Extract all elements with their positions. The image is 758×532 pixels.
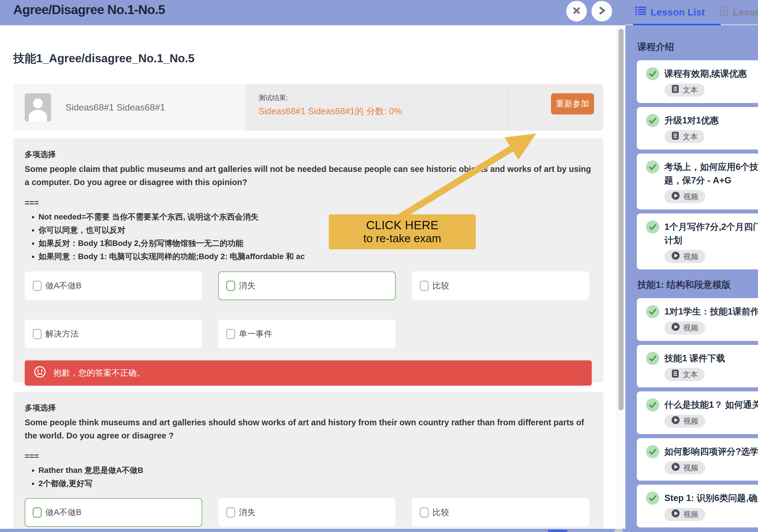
lesson-item[interactable]: 课程有效期,续课优惠 文本 xyxy=(637,60,758,103)
user-name: Sideas68#1 Sideas68#1 xyxy=(65,102,165,113)
hint-item: 2个都做,更好写 xyxy=(39,477,592,490)
lesson-type-badge: 文本 xyxy=(664,83,705,97)
checkbox-icon[interactable] xyxy=(226,281,235,291)
avatar xyxy=(25,93,51,121)
hint-item: Rather than 意思是做A不做B xyxy=(39,464,592,477)
completed-check-icon xyxy=(646,445,659,458)
checkbox-icon[interactable] xyxy=(226,329,235,339)
lesson-item[interactable]: 升级1对1优惠 文本 xyxy=(637,107,758,150)
option-bijiao[interactable]: 比较 xyxy=(412,272,589,300)
completed-check-icon xyxy=(646,114,659,127)
checkbox-icon[interactable] xyxy=(420,507,429,518)
scrollbar-corner xyxy=(615,529,623,532)
close-icon xyxy=(572,6,581,17)
answer-options: 做A不做B 消失 比较 解决方法 单一事件 xyxy=(25,272,592,349)
lesson-item[interactable]: Step 1: 识别6类问题,确定结 视频 xyxy=(637,485,758,527)
video-play-icon xyxy=(671,322,680,333)
section-title-course-intro: 课程介绍 xyxy=(637,41,758,53)
video-play-icon xyxy=(671,191,680,202)
next-button[interactable] xyxy=(592,1,612,21)
option-jiejuefangfa[interactable]: 解决方法 xyxy=(25,320,202,349)
lesson-title: 如何影响四项评分?选学 xyxy=(664,445,758,458)
avatar-body-shape xyxy=(29,110,47,121)
scrollbar-thumb[interactable] xyxy=(618,29,624,410)
video-play-icon xyxy=(671,251,680,262)
result-user-section: Sideas68#1 Sideas68#1 xyxy=(13,84,246,131)
checkbox-icon[interactable] xyxy=(420,281,429,291)
hint-item: 如果同意：Body 1: 电脑可以实现同样的功能;Body 2: 电脑affor… xyxy=(39,250,592,263)
lesson-item[interactable]: 如何影响四项评分?选学 视频 xyxy=(637,438,758,481)
completed-check-icon xyxy=(646,160,659,174)
lesson-item[interactable]: 技能1 课件下载 文本 xyxy=(637,345,758,388)
lesson-item[interactable]: 1个月写作7分,2个月四门考 计划 视频 xyxy=(637,214,758,269)
lesson-title: Step 1: 识别6类问题,确定结 xyxy=(664,491,758,505)
annotation-line2: to re-take exam xyxy=(363,232,441,245)
close-button[interactable] xyxy=(566,1,587,21)
question-card-1: 多项选择 Some people claim that public museu… xyxy=(13,138,603,382)
checkbox-icon[interactable] xyxy=(33,507,42,518)
option-danyishijian[interactable]: 单一事件 xyxy=(218,320,396,349)
text-doc-icon xyxy=(671,131,679,142)
lesson-type-badge: 视频 xyxy=(664,461,705,474)
retake-exam-button[interactable]: 重新参加 xyxy=(551,93,594,115)
text-doc-icon xyxy=(671,369,679,380)
lesson-item[interactable]: 考场上，如何应用6个技能， 题，保7分 - A+G 视频 xyxy=(637,153,758,210)
option-bijiao[interactable]: 比较 xyxy=(412,498,589,527)
page-title: 技能1_Agree/disagree_No.1_No.5 xyxy=(13,50,194,66)
checkbox-icon[interactable] xyxy=(33,281,42,291)
question-hints: Not needed=不需要 当你不需要某个东西, 说明这个东西会消失 你可以同… xyxy=(25,210,592,263)
lesson-type-badge: 文本 xyxy=(664,130,705,143)
document-icon xyxy=(719,6,728,18)
window-title: Agree/Disagree No.1-No.5 xyxy=(13,2,165,17)
lesson-item[interactable]: 1对1学生：技能1课前作业 视频 xyxy=(637,298,758,341)
checkbox-icon[interactable] xyxy=(226,507,235,518)
completed-check-icon xyxy=(646,305,659,318)
question-divider: === xyxy=(25,198,592,208)
tab-lesson-list-label: Lesson List xyxy=(651,7,705,18)
tab-lesson-list[interactable]: Lesson List xyxy=(635,0,705,24)
checkbox-icon[interactable] xyxy=(33,329,42,339)
lesson-title: 课程有效期,续课优惠 xyxy=(664,67,747,81)
horizontal-scrollbar-thumb[interactable] xyxy=(548,530,568,532)
video-play-icon xyxy=(671,463,680,473)
tab-lesson-label: Lesson xyxy=(733,7,758,18)
lesson-type-badge: 视频 xyxy=(664,321,705,335)
chevron-right-icon xyxy=(597,6,607,17)
question-prompt: Some people claim that public museums an… xyxy=(25,162,592,189)
vertical-scrollbar[interactable] xyxy=(616,25,625,529)
completed-check-icon xyxy=(646,491,659,505)
bottom-edge-bar xyxy=(0,529,758,532)
text-doc-icon xyxy=(671,84,679,95)
hint-item: Not needed=不需要 当你不需要某个东西, 说明这个东西会消失 xyxy=(39,210,592,223)
lesson-item[interactable]: 什么是技能1？ 如何通关? 视频 xyxy=(637,391,758,434)
lesson-title: 升级1对1优惠 xyxy=(664,114,719,127)
lesson-type-badge: 文本 xyxy=(664,368,705,381)
question-divider: === xyxy=(25,452,592,461)
avatar-head-shape xyxy=(33,98,43,108)
top-header: Agree/Disagree No.1-No.5 Lesson List xyxy=(0,0,758,25)
answer-options: 做A不做B 消失 比较 xyxy=(25,498,592,527)
result-score-section: 测试结果: Sideas68#1 Sideas68#1的 分数: 0% xyxy=(246,84,507,131)
video-play-icon xyxy=(671,416,680,426)
option-zuoabuzuob[interactable]: 做A不做B xyxy=(25,272,202,300)
completed-check-icon xyxy=(646,352,659,365)
completed-check-icon xyxy=(646,398,659,412)
lesson-type-badge: 视频 xyxy=(664,190,705,203)
tab-lesson[interactable]: Lesson xyxy=(719,0,758,24)
hint-item: 你可以同意，也可以反对 xyxy=(39,223,592,237)
option-xiaoshi[interactable]: 消失 xyxy=(218,498,396,527)
result-action-section: 重新参加 xyxy=(507,84,603,131)
lesson-title: 什么是技能1？ 如何通关? xyxy=(664,398,758,412)
completed-check-icon xyxy=(646,67,659,80)
lesson-type-badge: 视频 xyxy=(664,250,705,263)
option-zuoabuzuob-selected[interactable]: 做A不做B xyxy=(25,498,202,527)
quiz-content-pane: 技能1_Agree/disagree_No.1_No.5 Sideas68#1 … xyxy=(0,25,616,529)
section-title-skill1: 技能1: 结构和段意模版 xyxy=(637,279,758,291)
question-hints: Rather than 意思是做A不做B 2个都做,更好写 xyxy=(25,464,592,490)
question-card-2: 多项选择 Some people think museums and art g… xyxy=(13,392,603,529)
neutral-face-icon xyxy=(33,365,47,381)
option-xiaoshi-selected[interactable]: 消失 xyxy=(218,272,396,300)
score-text: Sideas68#1 Sideas68#1的 分数: 0% xyxy=(258,105,507,117)
lesson-title: 考场上，如何应用6个技能， 题，保7分 - A+G xyxy=(664,160,758,187)
wrong-answer-alert: 抱歉，您的答案不正确。 xyxy=(25,360,592,386)
